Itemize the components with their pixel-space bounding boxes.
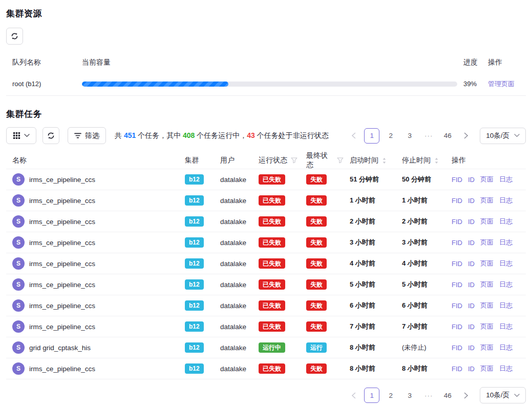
tasks-refresh-button[interactable]	[42, 127, 59, 144]
action-日志-link[interactable]: 日志	[499, 301, 513, 310]
pagination-page-46[interactable]: 46	[440, 388, 455, 403]
manage-page-link[interactable]: 管理页面	[488, 80, 515, 88]
action-fid-link[interactable]: FID	[452, 281, 462, 289]
page-size-value: 10条/页	[486, 131, 509, 140]
action-页面-link[interactable]: 页面	[480, 343, 494, 352]
action-fid-link[interactable]: FID	[452, 218, 462, 226]
action-日志-link[interactable]: 日志	[499, 175, 513, 184]
action-日志-link[interactable]: 日志	[499, 217, 513, 226]
col-name: 名称	[6, 156, 179, 165]
funnel-filter-icon[interactable]	[291, 157, 297, 164]
funnel-filter-icon[interactable]	[337, 157, 344, 164]
table-row: S irms_ce_pipeline_ccs b12 datalake 已失败 …	[6, 274, 526, 295]
pagination-page-3[interactable]: 3	[402, 388, 417, 403]
action-fid-link[interactable]: FID	[452, 302, 462, 310]
action-id-link[interactable]: ID	[468, 344, 475, 352]
action-id-link[interactable]: ID	[468, 176, 475, 184]
sort-icon[interactable]	[382, 157, 387, 164]
action-fid-link[interactable]: FID	[452, 323, 462, 331]
action-id-link[interactable]: ID	[468, 365, 475, 373]
action-页面-link[interactable]: 页面	[480, 322, 494, 331]
page-size-select[interactable]: 10条/页	[480, 387, 526, 403]
table-row: S irms_ce_pipeline_ccs b12 datalake 已失败 …	[6, 253, 526, 274]
cluster-badge: b12	[185, 342, 204, 353]
action-id-link[interactable]: ID	[468, 281, 475, 289]
avatar: S	[12, 299, 25, 312]
action-日志-link[interactable]: 日志	[499, 343, 513, 352]
start-time: 6 小时前	[344, 301, 396, 310]
action-日志-link[interactable]: 日志	[499, 280, 513, 289]
action-id-link[interactable]: ID	[468, 239, 475, 247]
sort-icon[interactable]	[434, 157, 439, 164]
action-页面-link[interactable]: 页面	[480, 238, 494, 247]
resources-refresh-button[interactable]	[6, 28, 23, 45]
columns-grid-button[interactable]	[6, 127, 36, 144]
queue-name: root (b12)	[6, 80, 76, 88]
pagination-page-1[interactable]: 1	[364, 388, 379, 403]
action-页面-link[interactable]: 页面	[480, 364, 494, 373]
action-fid-link[interactable]: FID	[452, 260, 462, 268]
user-cell: datalake	[214, 281, 252, 289]
action-fid-link[interactable]: FID	[452, 365, 462, 373]
table-row: S irms_ce_pipeline_ccs b12 datalake 已失败 …	[6, 190, 526, 211]
pagination-page-2[interactable]: 2	[383, 388, 398, 403]
action-页面-link[interactable]: 页面	[480, 259, 494, 268]
tasks-table: 名称 集群 用户 运行状态 最终状态 启动时间	[6, 152, 526, 379]
pagination-ellipsis[interactable]: ···	[421, 388, 436, 403]
capacity-progress-fill	[82, 82, 228, 87]
col-cluster: 集群	[179, 156, 214, 165]
cluster-cell: b12	[179, 237, 214, 248]
cluster-badge: b12	[185, 216, 204, 227]
capacity-progress-bar	[82, 82, 457, 87]
action-id-link[interactable]: ID	[468, 302, 475, 310]
col-final-status: 最终状态	[300, 151, 344, 170]
row-actions: FIDID页面日志	[445, 259, 526, 268]
action-页面-link[interactable]: 页面	[480, 196, 494, 205]
action-id-link[interactable]: ID	[468, 218, 475, 226]
action-页面-link[interactable]: 页面	[480, 280, 494, 289]
action-日志-link[interactable]: 日志	[499, 259, 513, 268]
cluster-cell: b12	[179, 300, 214, 311]
pagination-next-button[interactable]	[459, 129, 473, 143]
pagination-page-2[interactable]: 2	[383, 128, 398, 144]
action-日志-link[interactable]: 日志	[499, 364, 513, 373]
pagination-page-1[interactable]: 1	[364, 128, 379, 144]
action-fid-link[interactable]: FID	[452, 176, 462, 184]
pagination-prev-button[interactable]	[346, 388, 360, 402]
action-id-link[interactable]: ID	[468, 260, 475, 268]
name-cell: S irms_ce_pipeline_ccs	[6, 236, 179, 249]
action-日志-link[interactable]: 日志	[499, 196, 513, 205]
final-status-badge: 失败	[306, 237, 327, 248]
run-status-badge: 已失败	[259, 363, 285, 374]
pagination-prev-button[interactable]	[346, 129, 360, 143]
avatar: S	[12, 341, 25, 354]
tasks-title: 集群任务	[6, 108, 526, 120]
filter-button[interactable]: 筛选	[68, 127, 106, 144]
user-cell: datalake	[214, 218, 252, 226]
pagination-next-button[interactable]	[459, 388, 473, 402]
table-row: S irms_ce_pipeline_ccs b12 datalake 已失败 …	[6, 211, 526, 232]
final-status-cell: 失败	[300, 300, 344, 311]
page-size-value: 10条/页	[486, 391, 509, 400]
final-status-badge: 失败	[306, 321, 327, 332]
col-start-time: 启动时间	[344, 156, 396, 165]
action-id-link[interactable]: ID	[468, 197, 475, 205]
stop-time: 2 小时前	[396, 217, 445, 226]
action-页面-link[interactable]: 页面	[480, 175, 494, 184]
action-日志-link[interactable]: 日志	[499, 238, 513, 247]
action-id-link[interactable]: ID	[468, 323, 475, 331]
action-页面-link[interactable]: 页面	[480, 301, 494, 310]
action-fid-link[interactable]: FID	[452, 239, 462, 247]
pagination-ellipsis[interactable]: ···	[421, 128, 436, 144]
page-size-select[interactable]: 10条/页	[480, 128, 526, 144]
action-日志-link[interactable]: 日志	[499, 322, 513, 331]
action-页面-link[interactable]: 页面	[480, 217, 494, 226]
col-stop-time: 停止时间	[396, 156, 445, 165]
task-name: irms_ce_pipeline_ccs	[29, 218, 95, 226]
pagination-page-3[interactable]: 3	[402, 128, 417, 144]
action-fid-link[interactable]: FID	[452, 344, 462, 352]
final-status-badge: 失败	[306, 216, 327, 227]
cluster-cell: b12	[179, 279, 214, 290]
action-fid-link[interactable]: FID	[452, 197, 462, 205]
pagination-page-46[interactable]: 46	[440, 128, 455, 144]
